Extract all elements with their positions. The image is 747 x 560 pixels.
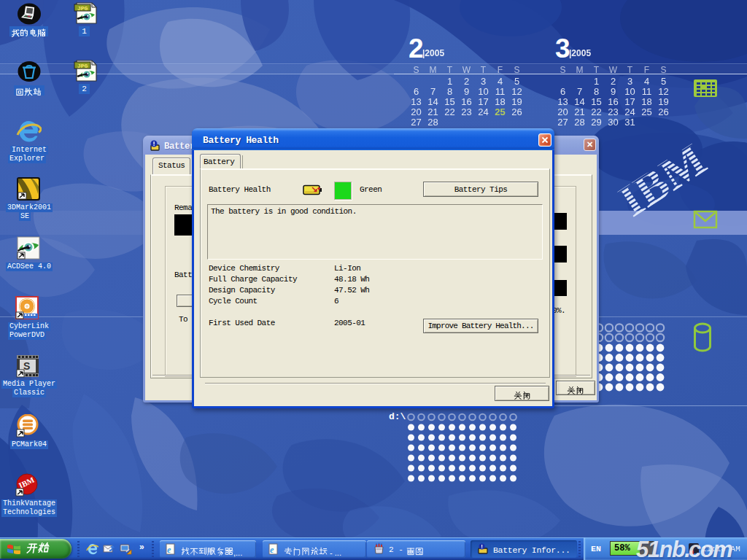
svg-text:JPG: JPG bbox=[77, 5, 88, 12]
svg-text:d:\: d:\ bbox=[389, 411, 406, 422]
svg-text:JPG: JPG bbox=[77, 63, 88, 69]
svg-text:e: e bbox=[167, 545, 171, 555]
svg-text:e: e bbox=[270, 545, 274, 555]
